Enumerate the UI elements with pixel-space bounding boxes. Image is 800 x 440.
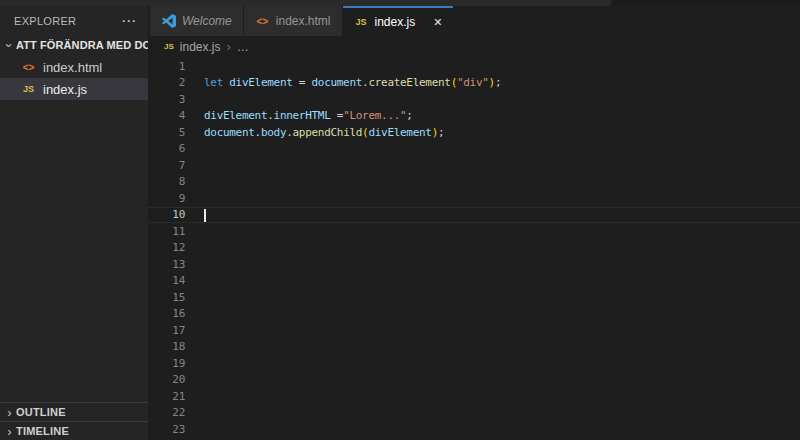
line-number: 2 [148, 76, 185, 89]
line-number: 16 [148, 307, 185, 320]
tab-welcome[interactable]: Welcome [150, 6, 243, 36]
code-line[interactable]: 11 [148, 223, 800, 240]
code-line[interactable]: 21 [148, 388, 800, 405]
code-token: innerHTML [274, 109, 331, 122]
tab-bar: Welcome<>index.htmlJSindex.js✕ [148, 6, 800, 36]
code-token: document [204, 126, 255, 139]
line-number: 1 [148, 60, 185, 73]
js-file-icon: JS [21, 84, 36, 94]
code-token: "div" [457, 76, 489, 89]
code-token: createElement [368, 76, 450, 89]
section-label: TIMELINE [16, 425, 69, 437]
code-line[interactable]: 16 [148, 306, 800, 323]
code-line[interactable]: 20 [148, 372, 800, 389]
section-label: OUTLINE [16, 406, 66, 418]
file-name: index.html [43, 60, 102, 75]
code-token: document [312, 76, 363, 89]
chevron-right-icon: › [3, 406, 16, 419]
code-line[interactable]: 15 [148, 289, 800, 306]
close-icon[interactable]: ✕ [433, 16, 442, 29]
line-number: 13 [148, 258, 185, 271]
explorer-title: EXPLORER [14, 15, 76, 27]
explorer-header: EXPLORER ⋯ [0, 6, 148, 34]
tab-label: Welcome [182, 14, 232, 28]
tab-index-html[interactable]: <>index.html [244, 6, 342, 36]
chevron-down-icon: › [3, 39, 16, 52]
breadcrumb-symbol-path[interactable]: … [237, 40, 250, 54]
more-actions-icon[interactable]: ⋯ [121, 16, 136, 26]
code-token: let [204, 76, 223, 89]
code-line[interactable]: 1 [148, 58, 800, 75]
code-line[interactable]: 13 [148, 256, 800, 273]
code-line[interactable]: 17 [148, 322, 800, 339]
sidebar-item-index-js[interactable]: JSindex.js [0, 78, 148, 100]
line-number: 20 [148, 373, 185, 386]
line-number: 14 [148, 274, 185, 287]
line-number: 19 [148, 357, 185, 370]
code-token: body [261, 126, 286, 139]
sidebar-item-index-html[interactable]: <>index.html [0, 56, 148, 78]
code-line[interactable]: 5document.body.appendChild(divElement); [148, 124, 800, 141]
line-number: 3 [148, 93, 185, 106]
js-file-icon: JS [354, 17, 369, 27]
window-top-strip-right [612, 0, 800, 6]
code-token: divElement [229, 76, 292, 89]
code-token: ; [495, 76, 501, 89]
vscode-logo-icon [161, 14, 176, 28]
code-editor[interactable]: 12let divElement = document.createElemen… [148, 57, 800, 440]
code-line[interactable]: 3 [148, 91, 800, 108]
window-top-strip [0, 0, 612, 6]
file-name: index.js [43, 82, 87, 97]
folder-name: ATT FÖRÄNDRA MED DOM [16, 39, 148, 51]
code-text [204, 208, 206, 222]
line-number: 11 [148, 225, 185, 238]
code-token: appendChild [293, 126, 363, 139]
code-line[interactable]: 9 [148, 190, 800, 207]
chevron-right-icon: › [226, 40, 230, 53]
line-number: 6 [148, 142, 185, 155]
code-line[interactable]: 23 [148, 421, 800, 438]
code-line[interactable]: 12 [148, 240, 800, 257]
code-token: = [330, 109, 343, 122]
sidebar-section-timeline[interactable]: › TIMELINE [0, 421, 148, 440]
breadcrumb: JS index.js › … [148, 36, 800, 57]
code-text: document.body.appendChild(divElement); [204, 126, 444, 139]
code-line[interactable]: 4divElement.innerHTML ="Lorem..."; [148, 108, 800, 125]
code-line[interactable]: 7 [148, 157, 800, 174]
breadcrumb-file[interactable]: index.js [180, 40, 221, 54]
code-line[interactable]: 14 [148, 273, 800, 290]
sidebar-folder-att-forandra-med-dom[interactable]: › ATT FÖRÄNDRA MED DOM [0, 34, 148, 56]
main-layout: EXPLORER ⋯ › ATT FÖRÄNDRA MED DOM <>inde… [0, 6, 800, 440]
line-number: 15 [148, 291, 185, 304]
line-number: 21 [148, 390, 185, 403]
editor-group: Welcome<>index.htmlJSindex.js✕ JS index.… [148, 6, 800, 440]
code-text: divElement.innerHTML ="Lorem..."; [204, 109, 413, 122]
code-token: ; [438, 126, 444, 139]
code-line[interactable]: 8 [148, 174, 800, 191]
html-file-icon: <> [21, 62, 36, 73]
tab-label: index.html [276, 14, 331, 28]
js-file-icon: JS [164, 42, 174, 51]
sidebar-section-outline[interactable]: › OUTLINE [0, 402, 148, 421]
explorer-sidebar: EXPLORER ⋯ › ATT FÖRÄNDRA MED DOM <>inde… [0, 6, 148, 440]
code-line[interactable]: 6 [148, 141, 800, 158]
line-number: 4 [148, 109, 185, 122]
line-number: 9 [148, 192, 185, 205]
code-token: = [293, 76, 312, 89]
line-number: 18 [148, 340, 185, 353]
chevron-right-icon: › [3, 425, 16, 438]
tab-index-js[interactable]: JSindex.js✕ [343, 6, 454, 36]
line-number: 10 [148, 208, 185, 221]
code-line[interactable]: 2let divElement = document.createElement… [148, 75, 800, 92]
code-token: divElement [368, 126, 431, 139]
line-number: 12 [148, 241, 185, 254]
code-token: divElement [204, 109, 267, 122]
code-line[interactable]: 22 [148, 405, 800, 422]
code-line[interactable]: 18 [148, 339, 800, 356]
code-line[interactable]: 10 [148, 207, 800, 224]
html-file-icon: <> [255, 16, 270, 27]
vscode-window: EXPLORER ⋯ › ATT FÖRÄNDRA MED DOM <>inde… [0, 0, 800, 440]
line-number: 7 [148, 159, 185, 172]
code-line[interactable]: 19 [148, 355, 800, 372]
code-token: ; [406, 109, 412, 122]
